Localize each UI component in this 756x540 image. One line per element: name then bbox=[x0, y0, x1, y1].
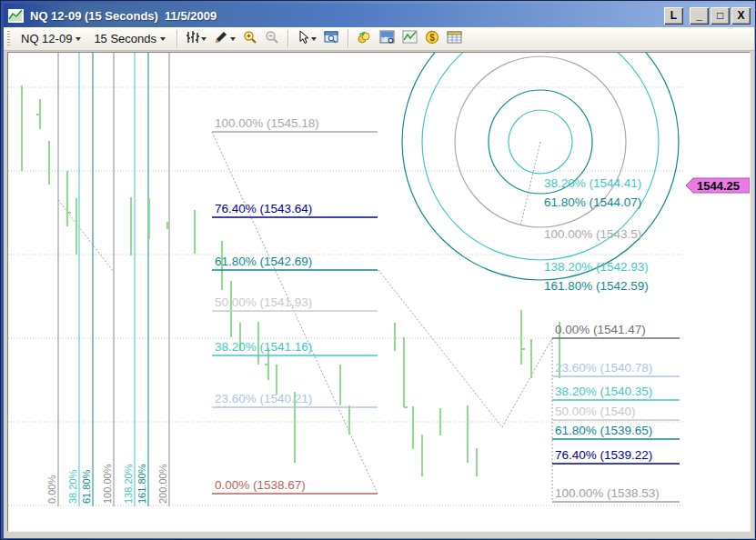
chart-area[interactable]: 0.00%38.20%61.80%100.00%138.20%161.80%20… bbox=[7, 52, 751, 532]
drawing-tools-icon bbox=[214, 30, 228, 47]
fib-level-label: 50.00% (1541.93) bbox=[215, 295, 312, 309]
fib-time-label: 161.80% bbox=[136, 464, 147, 504]
dollar-coin-icon: $ bbox=[425, 30, 439, 47]
fib-circle-label: 138.20% (1542.93) bbox=[544, 260, 649, 274]
toolbar: NQ 12-09 15 Seconds bbox=[4, 27, 754, 51]
drawing-tools-button[interactable] bbox=[211, 27, 238, 50]
toolbar-separator bbox=[287, 30, 288, 48]
chevron-down-icon bbox=[76, 37, 81, 41]
interval-label: 15 Seconds bbox=[94, 32, 156, 45]
price-chart-canvas[interactable]: 0.00%38.20%61.80%100.00%138.20%161.80%20… bbox=[8, 53, 750, 531]
fib-time-label: 138.20% bbox=[123, 464, 134, 504]
titlebar[interactable]: NQ 12-09 (15 Seconds) 11/5/2009 L _ □ X bbox=[4, 4, 754, 27]
chart-app-icon bbox=[7, 8, 25, 24]
window-title: NQ 12-09 (15 Seconds) 11/5/2009 bbox=[30, 9, 662, 23]
toolbar-grip[interactable] bbox=[7, 31, 10, 47]
instrument-label: NQ 12-09 bbox=[21, 32, 72, 45]
fib-time-label: 0.00% bbox=[46, 475, 57, 504]
fib-level-right-label: 61.80% (1539.65) bbox=[555, 424, 652, 437]
dollar-coin-button[interactable]: $ bbox=[422, 27, 442, 50]
toolbar-separator bbox=[348, 30, 348, 48]
interval-selector[interactable]: 15 Seconds bbox=[88, 29, 171, 48]
zoom-window-icon bbox=[324, 30, 339, 47]
price-marker-value: 1544.25 bbox=[697, 179, 740, 193]
fib-level-label: 100.00% (1545.18) bbox=[215, 116, 319, 130]
fib-circle-label: 100.00% (1543.5) bbox=[544, 227, 641, 241]
fib-time-label: 200.00% bbox=[157, 464, 168, 504]
fib-level-right-label: 38.20% (1540.35) bbox=[555, 385, 652, 398]
link-button[interactable]: L bbox=[664, 7, 683, 25]
data-grid-icon bbox=[447, 30, 462, 47]
chevron-down-icon bbox=[160, 37, 166, 41]
fib-level-right-label: 0.00% (1541.47) bbox=[555, 323, 646, 336]
fib-level-label: 61.80% (1542.69) bbox=[215, 255, 312, 268]
fib-anchor-line bbox=[520, 142, 540, 226]
zoom-in-button[interactable] bbox=[240, 27, 260, 50]
fib-level-right-label: 100.00% (1538.53) bbox=[555, 486, 660, 500]
data-grid-button[interactable] bbox=[444, 27, 465, 50]
svg-text:$: $ bbox=[429, 33, 435, 43]
chevron-down-icon bbox=[201, 37, 207, 41]
mini-chart-icon bbox=[402, 30, 418, 47]
maximize-button[interactable]: □ bbox=[711, 7, 730, 25]
toolbar-separator bbox=[176, 30, 177, 48]
zoom-out-button[interactable] bbox=[262, 27, 282, 50]
image-button[interactable] bbox=[377, 27, 398, 50]
close-button[interactable]: X bbox=[731, 7, 751, 25]
fib-time-label: 100.00% bbox=[102, 464, 113, 504]
instrument-selector[interactable]: NQ 12-09 bbox=[15, 29, 86, 48]
image-icon bbox=[379, 30, 395, 47]
fib-time-label: 38.20% bbox=[67, 469, 78, 504]
chevron-down-icon bbox=[311, 37, 317, 41]
mini-chart-button[interactable] bbox=[399, 27, 420, 50]
minimize-button[interactable]: _ bbox=[690, 7, 709, 25]
fib-level-right-label: 23.60% (1540.78) bbox=[555, 361, 652, 375]
price-type-icon bbox=[186, 30, 199, 47]
fib-level-right-label: 50.00% (1540) bbox=[555, 405, 636, 418]
coins-trade-button[interactable] bbox=[354, 27, 375, 50]
zoom-out-icon bbox=[265, 30, 279, 47]
fib-level-label: 0.00% (1538.67) bbox=[215, 478, 306, 492]
zoom-window-button[interactable] bbox=[321, 27, 342, 50]
fib-circle-label: 161.80% (1542.59) bbox=[544, 279, 649, 293]
fib-circle-label: 38.20% (1544.41) bbox=[544, 176, 641, 190]
coins-trade-icon bbox=[357, 30, 372, 47]
chevron-down-icon bbox=[230, 37, 236, 41]
fib-level-label: 76.40% (1543.64) bbox=[215, 202, 312, 215]
zoom-in-icon bbox=[243, 30, 257, 47]
price-type-button[interactable] bbox=[183, 27, 209, 50]
chart-client: 0.00%38.20%61.80%100.00%138.20%161.80%20… bbox=[4, 51, 754, 538]
app-window: NQ 12-09 (15 Seconds) 11/5/2009 L _ □ X … bbox=[0, 0, 756, 540]
pointer-button[interactable] bbox=[294, 27, 319, 50]
fib-level-label: 23.60% (1540.21) bbox=[215, 392, 312, 405]
fib-level-label: 38.20% (1541.16) bbox=[215, 340, 312, 354]
fib-level-right-label: 76.40% (1539.22) bbox=[555, 448, 652, 462]
fib-circle-label: 61.80% (1544.07) bbox=[544, 195, 641, 209]
fib-time-label: 61.80% bbox=[81, 469, 92, 504]
pointer-icon bbox=[297, 30, 309, 47]
